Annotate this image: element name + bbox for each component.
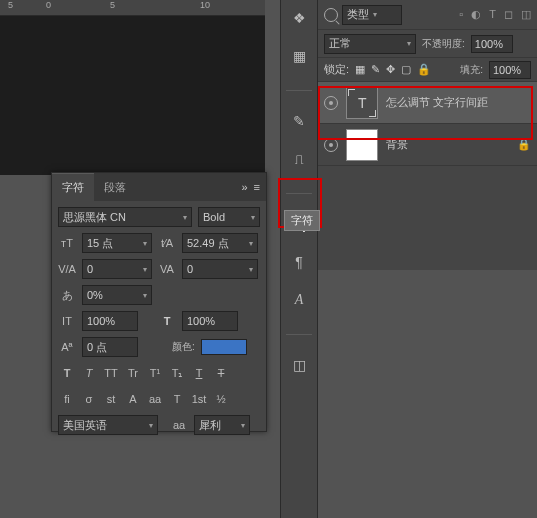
tsume-icon: あ (58, 288, 76, 303)
panel-dock: ❖ ▦ ✎ ⎍ A| ¶ A ◫ (280, 0, 318, 518)
strike-button[interactable]: Ŧ (212, 365, 230, 381)
history-icon[interactable]: ❖ (289, 10, 309, 30)
vscale-input[interactable]: 100% (82, 311, 138, 331)
fractions-button[interactable]: ½ (212, 391, 230, 407)
hscale-input[interactable]: 100% (182, 311, 238, 331)
panel-menu-icon[interactable]: ≡ (254, 181, 260, 193)
color-label: 颜色: (172, 340, 195, 354)
lock-all-icon[interactable]: 🔒 (417, 63, 431, 76)
antialias-select[interactable]: 犀利▾ (194, 415, 250, 435)
font-style-select[interactable]: Bold▾ (198, 207, 260, 227)
superscript-button[interactable]: T¹ (146, 365, 164, 381)
lock-pixels-icon[interactable]: ▦ (355, 63, 365, 76)
leading-input[interactable]: 52.49 点▾ (182, 233, 258, 253)
paragraph-icon[interactable]: ¶ (289, 254, 309, 274)
ruler-tick: 5 (8, 0, 13, 10)
type-style-row-2: fi σ st A aa T 1st ½ (58, 389, 260, 409)
opacity-input[interactable]: 100% (471, 35, 513, 53)
font-size-input[interactable]: 15 点▾ (82, 233, 152, 253)
titling-button[interactable]: T (168, 391, 186, 407)
hscale-icon: T (158, 315, 176, 327)
subscript-button[interactable]: T₁ (168, 365, 186, 381)
ligature-button[interactable]: fi (58, 391, 76, 407)
faux-italic-button[interactable]: T (80, 365, 98, 381)
faux-bold-button[interactable]: T (58, 365, 76, 381)
vscale-icon: IT (58, 315, 76, 327)
language-select[interactable]: 美国英语▾ (58, 415, 158, 435)
filter-icons: ▫ ◐ T ◻ ◫ (459, 8, 531, 21)
smallcaps-button[interactable]: Tr (124, 365, 142, 381)
ruler-horizontal[interactable]: 5 0 5 10 (0, 0, 265, 16)
lock-position-icon[interactable]: ✥ (386, 63, 395, 76)
filter-adjust-icon[interactable]: ◐ (471, 8, 481, 21)
allcaps-button[interactable]: TT (102, 365, 120, 381)
blend-mode-select[interactable]: 正常 ▾ (324, 34, 416, 54)
lock-artboard-icon[interactable]: ▢ (401, 63, 411, 76)
tracking-input[interactable]: 0▾ (182, 259, 258, 279)
blend-mode-value: 正常 (329, 36, 351, 51)
filter-label: 类型 (347, 7, 369, 22)
tracking-icon: VA (158, 263, 176, 275)
stylistic-button[interactable]: aa (146, 391, 164, 407)
tsume-input[interactable]: 0%▾ (82, 285, 152, 305)
tab-paragraph[interactable]: 段落 (94, 173, 136, 201)
baseline-icon: Aª (58, 341, 76, 353)
font-family-select[interactable]: 思源黑体 CN▾ (58, 207, 192, 227)
filter-type-select[interactable]: 类型 ▾ (342, 5, 402, 25)
panel-tabs: 字符 段落 » ≡ (52, 173, 266, 201)
3d-icon[interactable]: ◫ (289, 357, 309, 377)
font-size-icon: тT (58, 237, 76, 249)
clone-icon[interactable]: ⎍ (289, 151, 309, 171)
leading-icon: t⁄A (158, 237, 176, 249)
lock-label: 锁定: (324, 62, 349, 77)
tooltip: 字符 (284, 210, 320, 231)
lock-brush-icon[interactable]: ✎ (371, 63, 380, 76)
glyphs-icon[interactable]: A (289, 292, 309, 312)
fill-input[interactable]: 100% (489, 61, 531, 79)
kerning-icon: V/A (58, 263, 76, 275)
type-style-row-1: T T TT Tr T¹ T₁ T Ŧ (58, 363, 260, 383)
highlight-layer (318, 86, 533, 140)
ruler-tick: 0 (46, 0, 51, 10)
kerning-input[interactable]: 0▾ (82, 259, 152, 279)
altlig-button[interactable]: σ (80, 391, 98, 407)
fill-label: 填充: (460, 63, 483, 77)
tab-character[interactable]: 字符 (52, 173, 94, 201)
ruler-tick: 10 (200, 0, 210, 10)
filter-smart-icon[interactable]: ◫ (521, 8, 531, 21)
canvas-area (0, 0, 265, 175)
collapse-icon[interactable]: » (241, 181, 247, 193)
discretionary-button[interactable]: st (102, 391, 120, 407)
filter-shape-icon[interactable]: ◻ (504, 8, 513, 21)
search-icon[interactable] (324, 8, 338, 22)
character-panel: 字符 段落 » ≡ 思源黑体 CN▾ Bold▾ тT 15 点▾ t⁄A 52… (51, 172, 267, 432)
color-swatch[interactable] (201, 339, 247, 355)
opacity-label: 不透明度: (422, 37, 465, 51)
ruler-tick: 5 (110, 0, 115, 10)
swatches-icon[interactable]: ▦ (289, 48, 309, 68)
swash-button[interactable]: A (124, 391, 142, 407)
filter-pixel-icon[interactable]: ▫ (459, 8, 463, 21)
ordinals-button[interactable]: 1st (190, 391, 208, 407)
brush-icon[interactable]: ✎ (289, 113, 309, 133)
filter-text-icon[interactable]: T (489, 8, 496, 21)
underline-button[interactable]: T (190, 365, 208, 381)
baseline-input[interactable]: 0 点 (82, 337, 138, 357)
antialias-icon: aa (170, 419, 188, 431)
